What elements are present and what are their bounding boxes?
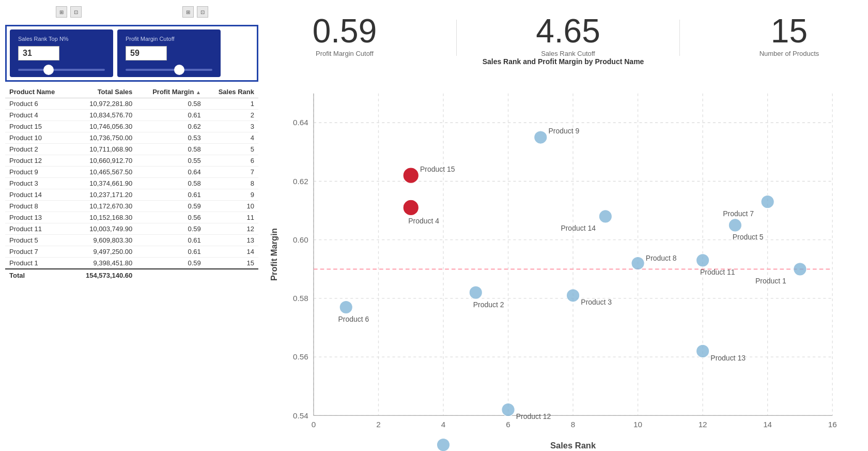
cell-total-sales: 10,003,749.90 <box>70 223 137 235</box>
slider-thumb-profit-margin[interactable] <box>174 65 184 75</box>
cell-sales-rank: 6 <box>205 155 258 167</box>
svg-point-63 <box>437 438 450 451</box>
svg-point-55 <box>469 286 482 299</box>
kpi-divider-2 <box>679 20 680 56</box>
table-row: Product 11 10,003,749.90 0.59 12 <box>5 223 258 235</box>
svg-text:14: 14 <box>763 420 772 429</box>
cell-product-name: Product 8 <box>5 201 70 212</box>
cell-total-sales: 10,711,068.90 <box>70 144 137 155</box>
cell-profit-margin: 0.56 <box>136 212 205 223</box>
svg-text:Product 3: Product 3 <box>581 298 612 306</box>
table-row: Product 9 10,465,567.50 0.64 7 <box>5 167 258 178</box>
cell-sales-rank: 3 <box>205 121 258 132</box>
svg-text:Sales Rank: Sales Rank <box>550 441 596 450</box>
cell-total-sales: 9,497,250.00 <box>70 246 137 258</box>
kpi-label-sales-rank: Sales Rank Cutoff <box>541 50 595 57</box>
svg-text:0.64: 0.64 <box>293 118 308 127</box>
col-header-product-name: Product Name <box>5 86 70 98</box>
cell-profit-margin: 0.58 <box>136 98 205 110</box>
cell-product-name: Product 9 <box>5 167 70 178</box>
cell-product-name: Product 6 <box>5 98 70 110</box>
icon-btn-4[interactable]: ⊡ <box>197 6 208 18</box>
slider-card-profit-margin: Profit Margin Cutoff 59 <box>117 29 221 77</box>
svg-point-43 <box>599 210 612 223</box>
cell-total-sales: 10,237,171.20 <box>70 189 137 201</box>
cell-product-name: Product 1 <box>5 258 70 269</box>
kpi-profit-margin: 0.59 Profit Margin Cutoff <box>313 14 377 57</box>
total-margin <box>136 269 205 281</box>
table-row: Product 13 10,152,168.30 0.56 11 <box>5 212 258 223</box>
svg-point-51 <box>794 263 807 276</box>
svg-text:0.62: 0.62 <box>293 177 308 186</box>
svg-text:0.58: 0.58 <box>293 294 308 303</box>
cell-profit-margin: 0.55 <box>136 155 205 167</box>
svg-text:Product 11: Product 11 <box>700 268 735 276</box>
cell-product-name: Product 12 <box>5 155 70 167</box>
svg-text:Product 12: Product 12 <box>516 412 551 420</box>
svg-point-57 <box>566 289 579 302</box>
cell-total-sales: 10,736,750.00 <box>70 132 137 144</box>
cell-product-name: Product 15 <box>5 121 70 132</box>
cell-sales-rank: 5 <box>205 144 258 155</box>
svg-text:Product 14: Product 14 <box>561 224 596 232</box>
icon-group-left: ⊞ ⊡ <box>56 6 82 18</box>
table-header-row: Product Name Total Sales Profit Margin ▲… <box>5 86 258 98</box>
slider-value-profit-margin[interactable]: 59 <box>126 46 167 61</box>
slider-thumb-sales-rank[interactable] <box>43 65 54 75</box>
cell-product-name: Product 14 <box>5 189 70 201</box>
cell-sales-rank: 10 <box>205 201 258 212</box>
cell-sales-rank: 11 <box>205 212 258 223</box>
main-layout: ⊞ ⊡ ⊞ ⊡ Sales Rank Top N% 31 Profit Marg… <box>0 0 868 451</box>
cell-total-sales: 10,746,056.30 <box>70 121 137 132</box>
icon-btn-2[interactable]: ⊡ <box>70 6 82 18</box>
cell-sales-rank: 7 <box>205 167 258 178</box>
cell-sales-rank: 9 <box>205 189 258 201</box>
sliders-container: Sales Rank Top N% 31 Profit Margin Cutof… <box>5 25 258 82</box>
slider-track-sales-rank[interactable] <box>18 69 105 71</box>
svg-text:Product 7: Product 7 <box>723 209 754 218</box>
table-row: Product 5 9,609,803.30 0.61 13 <box>5 235 258 246</box>
slider-value-sales-rank[interactable]: 31 <box>18 46 59 61</box>
svg-text:Product 2: Product 2 <box>473 300 504 309</box>
icon-btn-3[interactable]: ⊞ <box>182 6 194 18</box>
slider-track-profit-margin[interactable] <box>126 69 212 71</box>
col-header-total-sales: Total Sales <box>70 86 137 98</box>
slider-card-sales-rank: Sales Rank Top N% 31 <box>10 29 113 77</box>
table-body: Product 6 10,972,281.80 0.58 1 Product 4… <box>5 98 258 269</box>
kpi-sales-rank: 4.65 Sales Rank Cutoff <box>536 14 600 57</box>
cell-sales-rank: 8 <box>205 178 258 189</box>
svg-text:4: 4 <box>441 420 446 429</box>
svg-text:Product 6: Product 6 <box>338 315 369 323</box>
kpi-divider-1 <box>456 20 457 56</box>
table-row: Product 6 10,972,281.80 0.58 1 <box>5 98 258 110</box>
svg-point-37 <box>403 168 419 184</box>
cell-profit-margin: 0.61 <box>136 110 205 121</box>
svg-text:0: 0 <box>312 420 316 429</box>
table-row: Product 14 10,237,171.20 0.61 9 <box>5 189 258 201</box>
cell-profit-margin: 0.59 <box>136 201 205 212</box>
svg-text:Product 15: Product 15 <box>420 165 455 173</box>
svg-text:Product 1: Product 1 <box>755 277 786 285</box>
svg-text:0.54: 0.54 <box>293 411 308 420</box>
svg-point-61 <box>502 403 515 416</box>
icon-btn-1[interactable]: ⊞ <box>56 6 67 18</box>
cell-total-sales: 9,398,451.80 <box>70 258 137 269</box>
cell-product-name: Product 13 <box>5 212 70 223</box>
svg-text:Product 4: Product 4 <box>408 217 439 225</box>
cell-profit-margin: 0.61 <box>136 189 205 201</box>
icon-group-right: ⊞ ⊡ <box>182 6 208 18</box>
svg-point-59 <box>696 344 709 357</box>
svg-text:Product 8: Product 8 <box>646 254 677 262</box>
cell-sales-rank: 2 <box>205 110 258 121</box>
table-row: Product 15 10,746,056.30 0.62 3 <box>5 121 258 132</box>
cell-product-name: Product 3 <box>5 178 70 189</box>
svg-text:2: 2 <box>376 420 380 429</box>
total-rank <box>205 269 258 281</box>
kpi-section: 0.59 Profit Margin Cutoff 4.65 Sales Ran… <box>273 9 859 57</box>
kpi-label-profit-margin: Profit Margin Cutoff <box>316 50 374 57</box>
svg-point-45 <box>729 219 741 232</box>
cell-total-sales: 10,374,661.90 <box>70 178 137 189</box>
right-panel: 0.59 Profit Margin Cutoff 4.65 Sales Ran… <box>264 5 863 446</box>
cell-profit-margin: 0.53 <box>136 132 205 144</box>
svg-point-49 <box>696 254 709 267</box>
